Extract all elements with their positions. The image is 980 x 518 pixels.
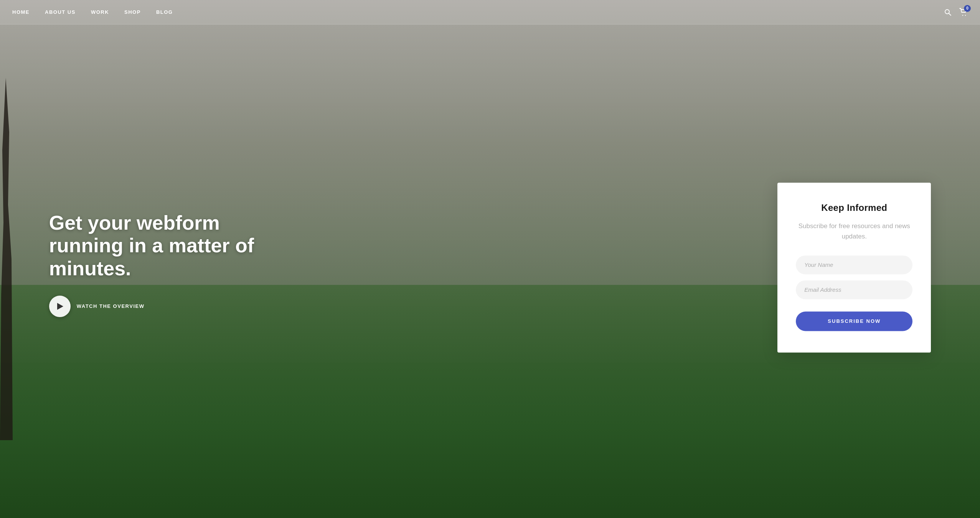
nav-item-work[interactable]: WORK — [91, 9, 109, 15]
subscribe-card: Keep Informed Subscribe for free resourc… — [777, 183, 931, 352]
search-icon[interactable] — [944, 8, 952, 16]
hero-content: Get your webform running in a matter of … — [49, 212, 279, 317]
hero-headline: Get your webform running in a matter of … — [49, 212, 279, 280]
hero-section: HOME ABOUT US WORK SHOP BLOG — [0, 0, 980, 518]
nav-item-shop[interactable]: SHOP — [124, 9, 141, 15]
watch-overview-button[interactable]: WATCH THE OVERVIEW — [49, 296, 279, 317]
nav-item-about[interactable]: ABOUT US — [45, 9, 76, 15]
name-input[interactable] — [796, 255, 912, 274]
name-field-group — [796, 255, 912, 274]
nav-actions: 0 — [944, 8, 968, 16]
card-title: Keep Informed — [796, 202, 912, 213]
play-button[interactable] — [49, 296, 71, 317]
nav-links: HOME ABOUT US WORK SHOP BLOG — [12, 9, 173, 15]
svg-point-3 — [965, 15, 966, 15]
svg-point-0 — [945, 10, 949, 14]
nav-item-home[interactable]: HOME — [12, 9, 30, 15]
navbar: HOME ABOUT US WORK SHOP BLOG — [0, 0, 980, 25]
email-input[interactable] — [796, 280, 912, 299]
svg-point-2 — [962, 15, 963, 15]
play-icon — [57, 303, 63, 310]
svg-line-1 — [949, 13, 951, 15]
watch-label: WATCH THE OVERVIEW — [77, 303, 145, 309]
nav-item-blog[interactable]: BLOG — [156, 9, 173, 15]
cart-badge: 0 — [964, 5, 971, 12]
email-field-group — [796, 280, 912, 299]
cart-icon-wrapper[interactable]: 0 — [959, 8, 968, 16]
card-subtitle: Subscribe for free resources and news up… — [796, 221, 912, 242]
subscribe-button[interactable]: SUBSCRIBE NOW — [796, 311, 912, 331]
